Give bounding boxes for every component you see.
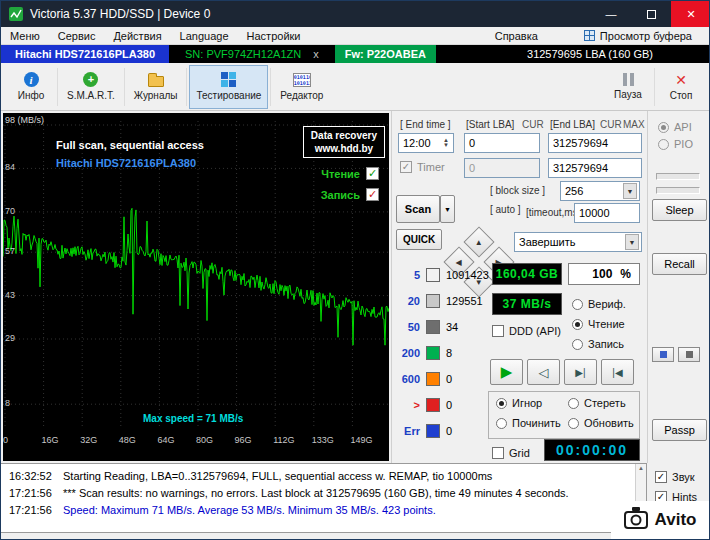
y-axis-top-label: 98 (MB/s)	[5, 115, 44, 125]
close-button[interactable]: ✕	[671, 1, 710, 27]
quick-button[interactable]: QUICK	[396, 229, 442, 250]
ignore-radio[interactable]	[496, 398, 507, 409]
write-mode-radio[interactable]	[572, 339, 583, 350]
chevron-down-icon[interactable]: ▼	[623, 183, 637, 199]
info-button[interactable]: i Инфо	[7, 65, 55, 109]
buffer-view-button[interactable]: Просмотр буфера	[575, 30, 701, 42]
end-lba-cur-button[interactable]: CUR	[600, 119, 622, 130]
stat-row-50: 5034	[394, 319, 489, 335]
journals-label: Журналы	[134, 90, 178, 101]
menu-item-1[interactable]: Сервис	[49, 30, 105, 42]
timer-value-input[interactable]: 0	[464, 158, 540, 178]
verify-option[interactable]: Вериф.	[572, 298, 626, 310]
stop-label: Стоп	[670, 90, 693, 101]
write-mode-option[interactable]: Запись	[572, 338, 624, 350]
read-mode-radio[interactable]	[572, 319, 583, 330]
scan-dropdown-button[interactable]: ▼	[440, 195, 455, 223]
controls-panel: [ End time ] 12:00 ▲▼ [Start LBA] CUR 0 …	[391, 111, 647, 463]
timer-checkbox[interactable]	[400, 161, 412, 173]
auto-label: [ auto ]	[490, 204, 521, 215]
apm-slider[interactable]	[656, 187, 700, 194]
api-radio[interactable]	[658, 122, 669, 133]
erase-radio[interactable]	[568, 398, 579, 409]
refresh-radio[interactable]	[568, 418, 579, 429]
sound-checkbox[interactable]	[655, 471, 667, 483]
editor-button[interactable]: Редактор	[273, 65, 330, 109]
start-lba-cur-button[interactable]: CUR	[522, 119, 544, 130]
log-timestamp: 17:21:56	[1, 487, 63, 499]
verify-radio[interactable]	[572, 299, 583, 310]
skip-home-icon: |◀	[612, 367, 622, 378]
pio-radio[interactable]	[658, 139, 669, 150]
serial-close-x[interactable]: x	[313, 48, 319, 60]
app-icon	[9, 7, 23, 21]
end-lba-max-button[interactable]: MAX	[623, 119, 645, 130]
skip-end-button[interactable]: ▶|	[564, 359, 597, 385]
sound-option[interactable]: Звук	[655, 471, 695, 483]
start-lba-value: 0	[469, 137, 475, 149]
end-time-spinner[interactable]: 12:00 ▲▼	[398, 133, 454, 153]
timeout-input[interactable]: 10000	[574, 203, 640, 223]
progress-percent: 100 %	[568, 263, 640, 285]
start-lba-input[interactable]: 0	[464, 133, 540, 153]
write-checkbox[interactable]: ✓	[366, 188, 379, 201]
read-mode-option[interactable]: Чтение	[572, 318, 625, 330]
spinner-arrows-icon[interactable]: ▲▼	[443, 138, 449, 148]
skip-home-button[interactable]: |◀	[601, 359, 634, 385]
timer-option[interactable]: Timer	[400, 161, 445, 173]
repair-option[interactable]: Починить	[496, 417, 561, 429]
stop-button[interactable]: ✕ Стоп	[657, 65, 705, 109]
pause-button[interactable]: Пауза	[604, 65, 652, 109]
ignore-option[interactable]: Игнор	[496, 397, 542, 409]
grid-checkbox[interactable]	[492, 447, 504, 459]
ddd-option[interactable]: DDD (API)	[492, 325, 561, 337]
device-model[interactable]: Hitachi HDS721616PLA380	[1, 45, 169, 63]
pio-option[interactable]: PIO	[658, 138, 693, 150]
menu-item-help[interactable]: Справка	[486, 30, 547, 42]
maximize-button[interactable]	[631, 1, 671, 27]
menu-item-4[interactable]: Настройки	[238, 30, 310, 42]
smart-button[interactable]: + S.M.A.R.T.	[60, 65, 122, 109]
passp-button[interactable]: Passp	[652, 419, 707, 441]
scan-button[interactable]: Scan	[396, 195, 440, 223]
mini-button-1[interactable]	[652, 347, 674, 362]
scroll-up-icon[interactable]: ▲	[638, 465, 644, 471]
repair-radio[interactable]	[496, 418, 507, 429]
ddd-checkbox[interactable]	[492, 325, 504, 337]
log-row-1: 17:21:56*** Scan results: no warnings, n…	[1, 484, 646, 501]
api-label: API	[674, 121, 692, 133]
mini-button-2[interactable]	[678, 347, 700, 362]
current-lba-value: 312579694	[553, 162, 608, 174]
timeout-label: [timeout,ms]	[526, 207, 580, 218]
log-timestamp: 17:21:56	[1, 504, 63, 516]
grid-option[interactable]: Grid	[492, 447, 530, 459]
block-size-dropdown[interactable]: 256 ▼	[560, 181, 640, 201]
recall-button[interactable]: Recall	[652, 253, 707, 275]
speed-lcd: 37 MB/s	[492, 293, 562, 315]
step-back-button[interactable]: ◁	[527, 359, 560, 385]
menu-item-2[interactable]: Действия	[104, 30, 170, 42]
finish-action-dropdown[interactable]: Завершить ▼	[514, 232, 642, 252]
aam-slider[interactable]	[656, 173, 700, 180]
timer-value: 0	[469, 162, 475, 174]
minimize-button[interactable]: —	[591, 1, 631, 27]
sleep-button[interactable]: Sleep	[652, 199, 707, 221]
menu-item-3[interactable]: Language	[171, 30, 238, 42]
chevron-down-icon[interactable]: ▼	[625, 234, 639, 250]
refresh-option[interactable]: Обновить	[568, 417, 634, 429]
stat-count: 8	[446, 347, 452, 359]
read-checkbox[interactable]: ✓	[366, 167, 379, 180]
start-test-button[interactable]: ▶	[490, 359, 523, 385]
current-lba-input[interactable]: 312579694	[548, 158, 642, 178]
menu-item-0[interactable]: Меню	[1, 30, 49, 42]
api-option[interactable]: API	[658, 121, 692, 133]
dpad-up-button[interactable]: ▲	[463, 226, 494, 257]
timeout-value: 10000	[579, 207, 610, 219]
end-lba-input[interactable]: 312579694	[548, 133, 642, 153]
stat-threshold-label: 20	[394, 295, 420, 307]
testing-icon	[221, 72, 236, 87]
testing-button[interactable]: Тестирование	[189, 65, 268, 109]
stat-color-block	[426, 424, 440, 438]
journals-button[interactable]: Журналы	[127, 65, 185, 109]
erase-option[interactable]: Стереть	[568, 397, 626, 409]
